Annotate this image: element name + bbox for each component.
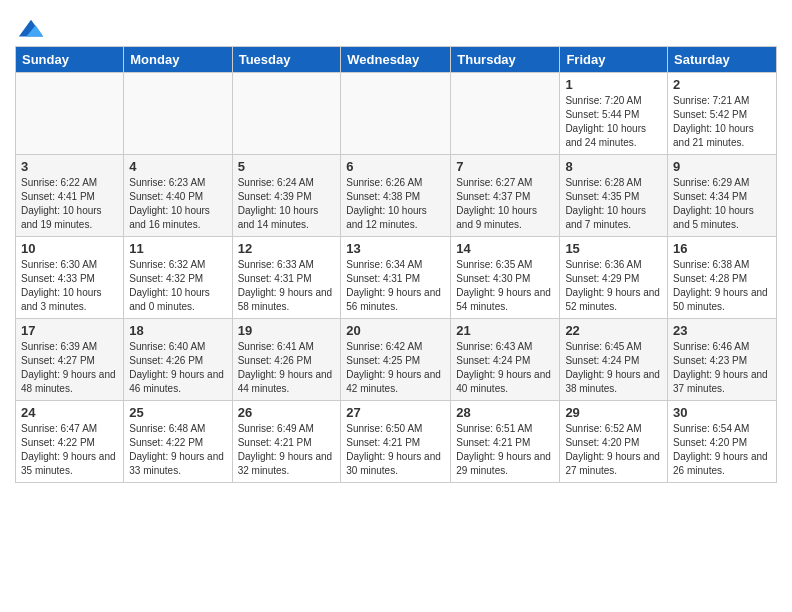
day-cell bbox=[232, 73, 341, 155]
week-row-1: 1Sunrise: 7:20 AM Sunset: 5:44 PM Daylig… bbox=[16, 73, 777, 155]
day-number: 27 bbox=[346, 405, 445, 420]
day-cell: 20Sunrise: 6:42 AM Sunset: 4:25 PM Dayli… bbox=[341, 319, 451, 401]
day-info: Sunrise: 6:23 AM Sunset: 4:40 PM Dayligh… bbox=[129, 176, 226, 232]
day-cell: 16Sunrise: 6:38 AM Sunset: 4:28 PM Dayli… bbox=[668, 237, 777, 319]
day-cell: 6Sunrise: 6:26 AM Sunset: 4:38 PM Daylig… bbox=[341, 155, 451, 237]
day-info: Sunrise: 6:42 AM Sunset: 4:25 PM Dayligh… bbox=[346, 340, 445, 396]
day-cell: 18Sunrise: 6:40 AM Sunset: 4:26 PM Dayli… bbox=[124, 319, 232, 401]
week-row-5: 24Sunrise: 6:47 AM Sunset: 4:22 PM Dayli… bbox=[16, 401, 777, 483]
day-info: Sunrise: 6:46 AM Sunset: 4:23 PM Dayligh… bbox=[673, 340, 771, 396]
day-number: 15 bbox=[565, 241, 662, 256]
day-number: 16 bbox=[673, 241, 771, 256]
day-info: Sunrise: 6:49 AM Sunset: 4:21 PM Dayligh… bbox=[238, 422, 336, 478]
day-info: Sunrise: 6:51 AM Sunset: 4:21 PM Dayligh… bbox=[456, 422, 554, 478]
day-cell: 28Sunrise: 6:51 AM Sunset: 4:21 PM Dayli… bbox=[451, 401, 560, 483]
weekday-tuesday: Tuesday bbox=[232, 47, 341, 73]
day-number: 11 bbox=[129, 241, 226, 256]
day-cell: 5Sunrise: 6:24 AM Sunset: 4:39 PM Daylig… bbox=[232, 155, 341, 237]
day-cell: 15Sunrise: 6:36 AM Sunset: 4:29 PM Dayli… bbox=[560, 237, 668, 319]
day-cell: 3Sunrise: 6:22 AM Sunset: 4:41 PM Daylig… bbox=[16, 155, 124, 237]
day-cell: 4Sunrise: 6:23 AM Sunset: 4:40 PM Daylig… bbox=[124, 155, 232, 237]
day-cell bbox=[16, 73, 124, 155]
day-number: 10 bbox=[21, 241, 118, 256]
day-info: Sunrise: 7:21 AM Sunset: 5:42 PM Dayligh… bbox=[673, 94, 771, 150]
page-header bbox=[15, 10, 777, 40]
week-row-3: 10Sunrise: 6:30 AM Sunset: 4:33 PM Dayli… bbox=[16, 237, 777, 319]
day-number: 7 bbox=[456, 159, 554, 174]
day-cell: 22Sunrise: 6:45 AM Sunset: 4:24 PM Dayli… bbox=[560, 319, 668, 401]
day-number: 24 bbox=[21, 405, 118, 420]
day-cell: 10Sunrise: 6:30 AM Sunset: 4:33 PM Dayli… bbox=[16, 237, 124, 319]
day-cell bbox=[124, 73, 232, 155]
day-cell: 19Sunrise: 6:41 AM Sunset: 4:26 PM Dayli… bbox=[232, 319, 341, 401]
day-info: Sunrise: 6:24 AM Sunset: 4:39 PM Dayligh… bbox=[238, 176, 336, 232]
day-cell bbox=[451, 73, 560, 155]
day-info: Sunrise: 6:45 AM Sunset: 4:24 PM Dayligh… bbox=[565, 340, 662, 396]
weekday-friday: Friday bbox=[560, 47, 668, 73]
day-number: 12 bbox=[238, 241, 336, 256]
day-cell: 23Sunrise: 6:46 AM Sunset: 4:23 PM Dayli… bbox=[668, 319, 777, 401]
day-cell bbox=[341, 73, 451, 155]
day-number: 29 bbox=[565, 405, 662, 420]
day-info: Sunrise: 6:28 AM Sunset: 4:35 PM Dayligh… bbox=[565, 176, 662, 232]
day-number: 20 bbox=[346, 323, 445, 338]
day-info: Sunrise: 6:26 AM Sunset: 4:38 PM Dayligh… bbox=[346, 176, 445, 232]
day-info: Sunrise: 6:48 AM Sunset: 4:22 PM Dayligh… bbox=[129, 422, 226, 478]
day-cell: 30Sunrise: 6:54 AM Sunset: 4:20 PM Dayli… bbox=[668, 401, 777, 483]
day-cell: 9Sunrise: 6:29 AM Sunset: 4:34 PM Daylig… bbox=[668, 155, 777, 237]
day-cell: 29Sunrise: 6:52 AM Sunset: 4:20 PM Dayli… bbox=[560, 401, 668, 483]
day-cell: 1Sunrise: 7:20 AM Sunset: 5:44 PM Daylig… bbox=[560, 73, 668, 155]
day-info: Sunrise: 6:36 AM Sunset: 4:29 PM Dayligh… bbox=[565, 258, 662, 314]
day-number: 9 bbox=[673, 159, 771, 174]
weekday-saturday: Saturday bbox=[668, 47, 777, 73]
day-info: Sunrise: 6:27 AM Sunset: 4:37 PM Dayligh… bbox=[456, 176, 554, 232]
day-cell: 24Sunrise: 6:47 AM Sunset: 4:22 PM Dayli… bbox=[16, 401, 124, 483]
logo bbox=[15, 16, 45, 40]
day-number: 3 bbox=[21, 159, 118, 174]
day-cell: 2Sunrise: 7:21 AM Sunset: 5:42 PM Daylig… bbox=[668, 73, 777, 155]
day-number: 25 bbox=[129, 405, 226, 420]
day-number: 1 bbox=[565, 77, 662, 92]
calendar-body: 1Sunrise: 7:20 AM Sunset: 5:44 PM Daylig… bbox=[16, 73, 777, 483]
day-number: 22 bbox=[565, 323, 662, 338]
day-info: Sunrise: 6:22 AM Sunset: 4:41 PM Dayligh… bbox=[21, 176, 118, 232]
day-number: 21 bbox=[456, 323, 554, 338]
weekday-monday: Monday bbox=[124, 47, 232, 73]
logo-icon bbox=[17, 16, 45, 44]
day-cell: 11Sunrise: 6:32 AM Sunset: 4:32 PM Dayli… bbox=[124, 237, 232, 319]
day-number: 8 bbox=[565, 159, 662, 174]
day-cell: 25Sunrise: 6:48 AM Sunset: 4:22 PM Dayli… bbox=[124, 401, 232, 483]
calendar-table: SundayMondayTuesdayWednesdayThursdayFrid… bbox=[15, 46, 777, 483]
day-info: Sunrise: 6:52 AM Sunset: 4:20 PM Dayligh… bbox=[565, 422, 662, 478]
day-info: Sunrise: 6:35 AM Sunset: 4:30 PM Dayligh… bbox=[456, 258, 554, 314]
weekday-sunday: Sunday bbox=[16, 47, 124, 73]
day-number: 4 bbox=[129, 159, 226, 174]
day-number: 19 bbox=[238, 323, 336, 338]
day-info: Sunrise: 6:40 AM Sunset: 4:26 PM Dayligh… bbox=[129, 340, 226, 396]
day-cell: 8Sunrise: 6:28 AM Sunset: 4:35 PM Daylig… bbox=[560, 155, 668, 237]
day-info: Sunrise: 6:29 AM Sunset: 4:34 PM Dayligh… bbox=[673, 176, 771, 232]
weekday-wednesday: Wednesday bbox=[341, 47, 451, 73]
weekday-thursday: Thursday bbox=[451, 47, 560, 73]
day-number: 2 bbox=[673, 77, 771, 92]
day-number: 30 bbox=[673, 405, 771, 420]
day-cell: 12Sunrise: 6:33 AM Sunset: 4:31 PM Dayli… bbox=[232, 237, 341, 319]
week-row-2: 3Sunrise: 6:22 AM Sunset: 4:41 PM Daylig… bbox=[16, 155, 777, 237]
day-number: 23 bbox=[673, 323, 771, 338]
week-row-4: 17Sunrise: 6:39 AM Sunset: 4:27 PM Dayli… bbox=[16, 319, 777, 401]
day-number: 17 bbox=[21, 323, 118, 338]
day-info: Sunrise: 6:39 AM Sunset: 4:27 PM Dayligh… bbox=[21, 340, 118, 396]
day-info: Sunrise: 6:43 AM Sunset: 4:24 PM Dayligh… bbox=[456, 340, 554, 396]
day-number: 13 bbox=[346, 241, 445, 256]
day-cell: 21Sunrise: 6:43 AM Sunset: 4:24 PM Dayli… bbox=[451, 319, 560, 401]
day-cell: 13Sunrise: 6:34 AM Sunset: 4:31 PM Dayli… bbox=[341, 237, 451, 319]
day-info: Sunrise: 6:47 AM Sunset: 4:22 PM Dayligh… bbox=[21, 422, 118, 478]
day-number: 26 bbox=[238, 405, 336, 420]
day-cell: 26Sunrise: 6:49 AM Sunset: 4:21 PM Dayli… bbox=[232, 401, 341, 483]
day-number: 14 bbox=[456, 241, 554, 256]
day-number: 6 bbox=[346, 159, 445, 174]
day-number: 5 bbox=[238, 159, 336, 174]
day-cell: 27Sunrise: 6:50 AM Sunset: 4:21 PM Dayli… bbox=[341, 401, 451, 483]
day-info: Sunrise: 6:54 AM Sunset: 4:20 PM Dayligh… bbox=[673, 422, 771, 478]
day-info: Sunrise: 6:30 AM Sunset: 4:33 PM Dayligh… bbox=[21, 258, 118, 314]
